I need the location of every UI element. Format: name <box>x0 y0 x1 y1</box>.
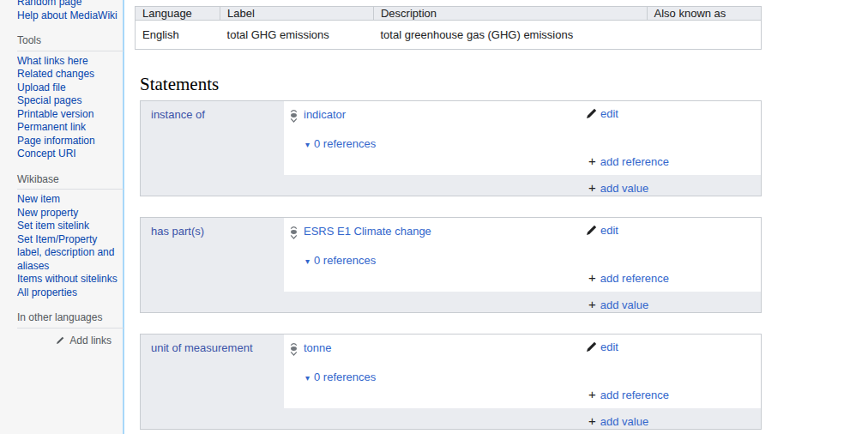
sidebar-link[interactable]: Set Item/Property label, description and… <box>17 233 124 274</box>
statement-value-link[interactable]: ESRS E1 Climate change <box>304 225 431 238</box>
sidebar-link[interactable]: All properties <box>17 286 124 300</box>
sidebar-link[interactable]: Printable version <box>17 108 124 122</box>
add-value-row: +add value <box>588 413 648 429</box>
sidebar-link[interactable]: New property <box>17 207 124 220</box>
references-count-label: 0 references <box>314 254 376 267</box>
add-value-label: add value <box>600 182 648 195</box>
sidebar-section-title: In other languages <box>17 311 124 329</box>
edit-button[interactable]: edit <box>586 224 618 237</box>
sidebar-link[interactable]: Items without sitelinks <box>17 273 124 286</box>
add-value-row: +add value <box>588 180 648 196</box>
statement-groups: instance of indicator ▾0 references edit… <box>140 100 762 434</box>
collapse-caret-icon: ▾ <box>305 256 310 266</box>
sidebar-link[interactable]: Concept URI <box>17 148 124 161</box>
sidebar-link[interactable]: Page information <box>17 135 124 148</box>
statement-group: has part(s) ESRS E1 Climate change ▾0 re… <box>140 217 762 313</box>
add-value-label: add value <box>600 415 648 428</box>
add-reference-label: add reference <box>600 272 669 285</box>
sidebar-link[interactable]: Help about MediaWiki <box>17 9 124 23</box>
sidebar-link[interactable]: Random page <box>17 0 124 9</box>
statements-heading: Statements <box>140 74 219 95</box>
plus-icon: + <box>588 413 596 428</box>
add-reference-label: add reference <box>600 155 669 168</box>
pencil-icon <box>586 341 597 353</box>
property-link[interactable]: instance of <box>151 108 205 121</box>
terms-table-row: English total GHG emissions total greenh… <box>136 21 762 50</box>
add-value-button[interactable]: +add value <box>588 182 648 195</box>
pencil-icon <box>56 335 67 347</box>
sidebar-link[interactable]: Set item sitelink <box>17 220 124 233</box>
add-reference-row: +add reference <box>588 270 669 286</box>
add-reference-button[interactable]: +add reference <box>588 389 669 401</box>
add-value-label: add value <box>600 298 648 311</box>
references-toggle[interactable]: ▾0 references <box>305 371 376 383</box>
pencil-icon <box>586 225 597 236</box>
terms-table-header-row: Language Label Description Also known as <box>136 7 762 21</box>
terms-table-header-cell: Description <box>373 7 647 21</box>
terms-table-cell <box>647 21 761 50</box>
references-toggle[interactable]: ▾0 references <box>305 254 376 267</box>
sidebar-link[interactable]: Upload file <box>17 81 124 95</box>
plus-icon: + <box>588 180 596 195</box>
add-reference-button[interactable]: +add reference <box>588 272 669 285</box>
property-link[interactable]: has part(s) <box>151 225 204 238</box>
add-reference-button[interactable]: +add reference <box>588 155 669 168</box>
references-count-label: 0 references <box>314 137 376 150</box>
plus-icon: + <box>588 387 596 401</box>
plus-icon: + <box>588 297 596 311</box>
add-value-button[interactable]: +add value <box>588 415 648 428</box>
add-links-label: Add links <box>69 335 112 347</box>
add-value-row: +add value <box>588 297 648 312</box>
rank-selector-icon[interactable] <box>290 225 298 243</box>
add-value-button[interactable]: +add value <box>588 298 648 311</box>
statement-group: instance of indicator ▾0 references edit… <box>140 100 762 196</box>
edit-label: edit <box>600 107 618 120</box>
sidebar-section-links: New item New property Set item sitelink … <box>17 193 124 299</box>
plus-icon: + <box>588 154 596 168</box>
terms-table: Language Label Description Also known as… <box>135 6 762 50</box>
statement-group: unit of measurement tonne ▾0 references … <box>140 334 762 430</box>
add-reference-label: add reference <box>600 389 669 401</box>
collapse-caret-icon: ▾ <box>305 140 310 149</box>
add-reference-row: +add reference <box>588 154 669 169</box>
collapse-caret-icon: ▾ <box>305 373 310 383</box>
terms-table-header-cell: Also known as <box>647 7 761 21</box>
edit-button[interactable]: edit <box>586 341 618 353</box>
terms-table-cell: total GHG emissions <box>220 21 374 50</box>
property-link[interactable]: unit of measurement <box>151 341 253 354</box>
sidebar-top-links: Random page Help about MediaWiki <box>17 0 124 22</box>
add-reference-row: +add reference <box>588 387 669 402</box>
sidebar-link[interactable]: Permanent link <box>17 121 124 135</box>
sidebar-section-title: Tools <box>17 34 124 51</box>
sidebar-link[interactable]: New item <box>17 193 124 207</box>
statement-value-link[interactable]: tonne <box>304 341 332 354</box>
edit-label: edit <box>600 341 618 353</box>
edit-button[interactable]: edit <box>586 107 618 120</box>
statement-value-link[interactable]: indicator <box>304 108 346 121</box>
sidebar-section-other-languages: In other languages Add links <box>17 311 124 348</box>
terms-table-header-cell: Language <box>136 7 220 21</box>
sidebar-section-tools: Tools What links here Related changes Up… <box>17 34 124 161</box>
rank-selector-icon[interactable] <box>290 108 298 126</box>
pencil-icon <box>586 108 597 119</box>
plus-icon: + <box>588 270 596 285</box>
sidebar-link[interactable]: Special pages <box>17 94 124 108</box>
sidebar-link[interactable]: What links here <box>17 55 124 69</box>
terms-table-cell: total greenhouse gas (GHG) emissions <box>373 21 647 50</box>
rank-selector-icon[interactable] <box>290 341 298 359</box>
sidebar: Random page Help about MediaWiki Tools W… <box>17 0 124 348</box>
terms-table-header-cell: Label <box>220 7 374 21</box>
wikibase-entity-page: Random page Help about MediaWiki Tools W… <box>0 0 868 434</box>
sidebar-section-wikibase: Wikibase New item New property Set item … <box>17 173 124 300</box>
references-toggle[interactable]: ▾0 references <box>305 137 376 150</box>
sidebar-link[interactable]: Related changes <box>17 68 124 81</box>
sidebar-section-title: Wikibase <box>17 173 124 190</box>
edit-label: edit <box>600 224 618 237</box>
terms-table-cell: English <box>136 21 220 50</box>
sidebar-section-links: What links here Related changes Upload f… <box>17 55 124 161</box>
references-count-label: 0 references <box>314 371 376 383</box>
add-links-button[interactable]: Add links <box>17 335 124 349</box>
